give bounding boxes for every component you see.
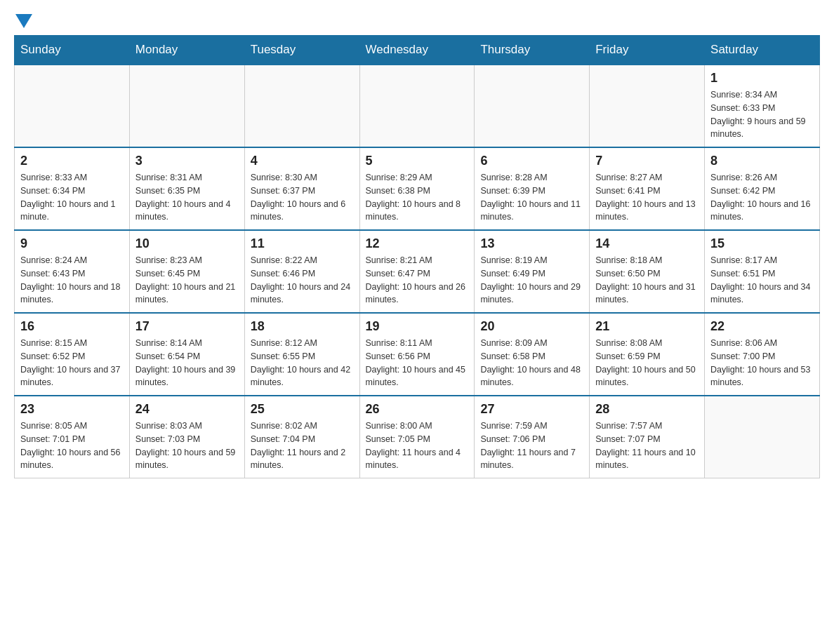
- day-number: 5: [366, 154, 469, 168]
- day-info: Sunrise: 8:21 AM Sunset: 6:47 PM Dayligh…: [366, 254, 469, 307]
- calendar-cell: [244, 65, 359, 147]
- calendar-cell: [590, 65, 705, 147]
- page-header: [14, 14, 820, 28]
- week-row-2: 2Sunrise: 8:33 AM Sunset: 6:34 PM Daylig…: [15, 147, 820, 230]
- day-info: Sunrise: 8:30 AM Sunset: 6:37 PM Dayligh…: [251, 171, 354, 224]
- day-info: Sunrise: 8:27 AM Sunset: 6:41 PM Dayligh…: [595, 171, 699, 224]
- calendar-cell: 8Sunrise: 8:26 AM Sunset: 6:42 PM Daylig…: [705, 147, 820, 230]
- weekday-header-saturday: Saturday: [705, 36, 820, 65]
- day-number: 12: [366, 236, 469, 251]
- day-number: 7: [595, 154, 699, 168]
- week-row-3: 9Sunrise: 8:24 AM Sunset: 6:43 PM Daylig…: [15, 230, 820, 313]
- day-info: Sunrise: 8:11 AM Sunset: 6:56 PM Dayligh…: [366, 337, 469, 389]
- logo-triangle-icon: [15, 14, 32, 28]
- week-row-4: 16Sunrise: 8:15 AM Sunset: 6:52 PM Dayli…: [15, 313, 820, 396]
- day-number: 21: [595, 319, 699, 334]
- calendar-cell: [475, 65, 590, 147]
- calendar-cell: 17Sunrise: 8:14 AM Sunset: 6:54 PM Dayli…: [129, 313, 244, 396]
- calendar-cell: 6Sunrise: 8:28 AM Sunset: 6:39 PM Daylig…: [475, 147, 590, 230]
- calendar-cell: 18Sunrise: 8:12 AM Sunset: 6:55 PM Dayli…: [244, 313, 359, 396]
- weekday-header-friday: Friday: [590, 36, 705, 65]
- day-number: 4: [251, 154, 354, 168]
- calendar-cell: [705, 396, 820, 478]
- day-info: Sunrise: 8:18 AM Sunset: 6:50 PM Dayligh…: [595, 254, 699, 307]
- day-info: Sunrise: 8:31 AM Sunset: 6:35 PM Dayligh…: [135, 171, 239, 224]
- day-number: 18: [251, 319, 354, 334]
- calendar-cell: [129, 65, 244, 147]
- day-info: Sunrise: 8:09 AM Sunset: 6:58 PM Dayligh…: [480, 337, 583, 389]
- weekday-header-monday: Monday: [129, 36, 244, 65]
- week-row-5: 23Sunrise: 8:05 AM Sunset: 7:01 PM Dayli…: [15, 396, 820, 478]
- calendar-cell: 25Sunrise: 8:02 AM Sunset: 7:04 PM Dayli…: [244, 396, 359, 478]
- day-info: Sunrise: 7:59 AM Sunset: 7:06 PM Dayligh…: [480, 420, 583, 472]
- calendar-cell: 20Sunrise: 8:09 AM Sunset: 6:58 PM Dayli…: [475, 313, 590, 396]
- calendar-cell: 22Sunrise: 8:06 AM Sunset: 7:00 PM Dayli…: [705, 313, 820, 396]
- day-number: 15: [710, 236, 814, 251]
- day-number: 25: [251, 402, 354, 417]
- day-number: 23: [20, 402, 124, 417]
- calendar-cell: 9Sunrise: 8:24 AM Sunset: 6:43 PM Daylig…: [15, 230, 130, 313]
- calendar-cell: 21Sunrise: 8:08 AM Sunset: 6:59 PM Dayli…: [590, 313, 705, 396]
- day-info: Sunrise: 8:08 AM Sunset: 6:59 PM Dayligh…: [595, 337, 699, 389]
- calendar-cell: 3Sunrise: 8:31 AM Sunset: 6:35 PM Daylig…: [129, 147, 244, 230]
- calendar-cell: 1Sunrise: 8:34 AM Sunset: 6:33 PM Daylig…: [705, 65, 820, 147]
- day-number: 19: [366, 319, 469, 334]
- weekday-header-tuesday: Tuesday: [244, 36, 359, 65]
- day-number: 16: [20, 319, 124, 334]
- calendar-cell: 27Sunrise: 7:59 AM Sunset: 7:06 PM Dayli…: [475, 396, 590, 478]
- day-info: Sunrise: 8:28 AM Sunset: 6:39 PM Dayligh…: [480, 171, 583, 224]
- day-info: Sunrise: 8:24 AM Sunset: 6:43 PM Dayligh…: [20, 254, 124, 307]
- day-number: 28: [595, 402, 699, 417]
- day-info: Sunrise: 8:00 AM Sunset: 7:05 PM Dayligh…: [366, 420, 469, 472]
- day-info: Sunrise: 8:23 AM Sunset: 6:45 PM Dayligh…: [135, 254, 239, 307]
- day-info: Sunrise: 8:05 AM Sunset: 7:01 PM Dayligh…: [20, 420, 124, 472]
- calendar-header-row: SundayMondayTuesdayWednesdayThursdayFrid…: [15, 36, 820, 65]
- day-number: 2: [20, 154, 124, 168]
- calendar-cell: [359, 65, 475, 147]
- day-info: Sunrise: 8:06 AM Sunset: 7:00 PM Dayligh…: [710, 337, 814, 389]
- day-number: 13: [480, 236, 583, 251]
- day-number: 8: [710, 154, 814, 168]
- calendar-cell: 24Sunrise: 8:03 AM Sunset: 7:03 PM Dayli…: [129, 396, 244, 478]
- calendar-cell: 12Sunrise: 8:21 AM Sunset: 6:47 PM Dayli…: [359, 230, 475, 313]
- day-number: 20: [480, 319, 583, 334]
- day-number: 14: [595, 236, 699, 251]
- calendar-cell: 28Sunrise: 7:57 AM Sunset: 7:07 PM Dayli…: [590, 396, 705, 478]
- calendar-cell: 2Sunrise: 8:33 AM Sunset: 6:34 PM Daylig…: [15, 147, 130, 230]
- calendar-cell: 15Sunrise: 8:17 AM Sunset: 6:51 PM Dayli…: [705, 230, 820, 313]
- calendar-cell: 10Sunrise: 8:23 AM Sunset: 6:45 PM Dayli…: [129, 230, 244, 313]
- calendar-cell: [15, 65, 130, 147]
- day-info: Sunrise: 8:26 AM Sunset: 6:42 PM Dayligh…: [710, 171, 814, 224]
- day-info: Sunrise: 8:15 AM Sunset: 6:52 PM Dayligh…: [20, 337, 124, 389]
- calendar-cell: 5Sunrise: 8:29 AM Sunset: 6:38 PM Daylig…: [359, 147, 475, 230]
- calendar-cell: 26Sunrise: 8:00 AM Sunset: 7:05 PM Dayli…: [359, 396, 475, 478]
- day-info: Sunrise: 8:02 AM Sunset: 7:04 PM Dayligh…: [251, 420, 354, 472]
- calendar-cell: 7Sunrise: 8:27 AM Sunset: 6:41 PM Daylig…: [590, 147, 705, 230]
- day-info: Sunrise: 8:17 AM Sunset: 6:51 PM Dayligh…: [710, 254, 814, 307]
- day-info: Sunrise: 8:29 AM Sunset: 6:38 PM Dayligh…: [366, 171, 469, 224]
- weekday-header-sunday: Sunday: [15, 36, 130, 65]
- calendar-cell: 16Sunrise: 8:15 AM Sunset: 6:52 PM Dayli…: [15, 313, 130, 396]
- day-number: 6: [480, 154, 583, 168]
- day-number: 11: [251, 236, 354, 251]
- week-row-1: 1Sunrise: 8:34 AM Sunset: 6:33 PM Daylig…: [15, 65, 820, 147]
- day-info: Sunrise: 8:22 AM Sunset: 6:46 PM Dayligh…: [251, 254, 354, 307]
- day-number: 9: [20, 236, 124, 251]
- calendar-table: SundayMondayTuesdayWednesdayThursdayFrid…: [14, 35, 820, 478]
- weekday-header-thursday: Thursday: [475, 36, 590, 65]
- day-number: 26: [366, 402, 469, 417]
- calendar-cell: 14Sunrise: 8:18 AM Sunset: 6:50 PM Dayli…: [590, 230, 705, 313]
- day-number: 24: [135, 402, 239, 417]
- day-info: Sunrise: 8:14 AM Sunset: 6:54 PM Dayligh…: [135, 337, 239, 389]
- calendar-cell: 19Sunrise: 8:11 AM Sunset: 6:56 PM Dayli…: [359, 313, 475, 396]
- calendar-cell: 23Sunrise: 8:05 AM Sunset: 7:01 PM Dayli…: [15, 396, 130, 478]
- day-number: 10: [135, 236, 239, 251]
- logo: [14, 14, 34, 28]
- day-info: Sunrise: 8:19 AM Sunset: 6:49 PM Dayligh…: [480, 254, 583, 307]
- calendar-cell: 4Sunrise: 8:30 AM Sunset: 6:37 PM Daylig…: [244, 147, 359, 230]
- day-number: 1: [710, 71, 814, 86]
- day-number: 3: [135, 154, 239, 168]
- day-info: Sunrise: 8:03 AM Sunset: 7:03 PM Dayligh…: [135, 420, 239, 472]
- day-info: Sunrise: 8:33 AM Sunset: 6:34 PM Dayligh…: [20, 171, 124, 224]
- calendar-cell: 11Sunrise: 8:22 AM Sunset: 6:46 PM Dayli…: [244, 230, 359, 313]
